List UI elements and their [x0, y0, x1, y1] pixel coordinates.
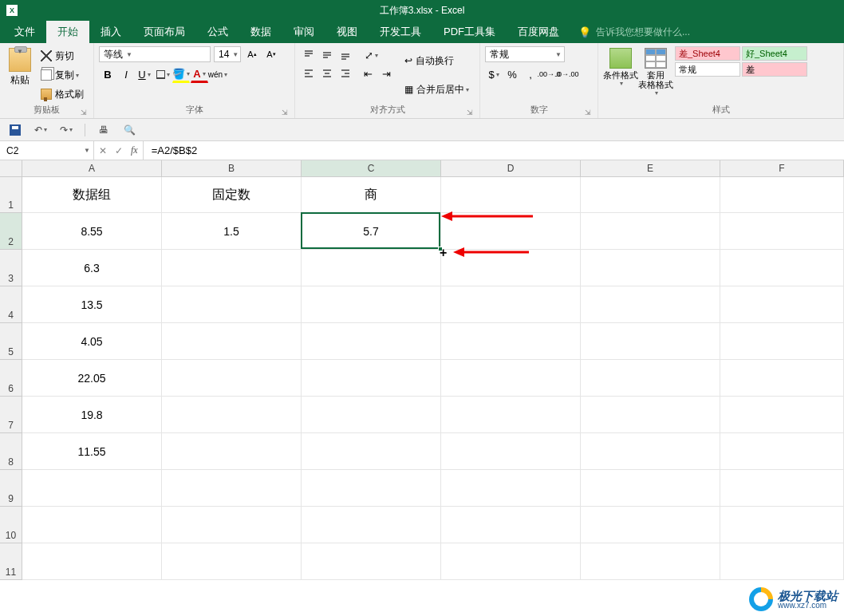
cell-A7[interactable]: 19.8: [22, 397, 162, 433]
cell-E5[interactable]: [581, 323, 720, 360]
tab-insert[interactable]: 插入: [89, 21, 132, 43]
row-header-11[interactable]: 11: [0, 543, 22, 580]
tab-baidu[interactable]: 百度网盘: [507, 21, 570, 43]
phonetic-button[interactable]: wén▾: [209, 65, 227, 83]
cell-F10[interactable]: [720, 507, 844, 543]
cell-E11[interactable]: [581, 543, 720, 580]
cell-E4[interactable]: [581, 286, 720, 323]
tab-review[interactable]: 审阅: [282, 21, 325, 43]
merge-center-button[interactable]: ▦合并后居中▾: [401, 81, 472, 98]
increase-indent-button[interactable]: ⇥: [377, 65, 395, 82]
cell-C1[interactable]: 商: [302, 177, 441, 213]
row-header-5[interactable]: 5: [0, 323, 22, 360]
fill-handle[interactable]: [438, 247, 443, 251]
cell-F5[interactable]: [720, 323, 844, 360]
select-all-corner[interactable]: [0, 160, 22, 177]
cell-A4[interactable]: 13.5: [22, 286, 162, 323]
increase-font-button[interactable]: A▴: [244, 46, 260, 62]
qat-preview-button[interactable]: 🔍: [122, 123, 136, 137]
orientation-button[interactable]: ⤢▾: [359, 46, 383, 64]
percent-button[interactable]: %: [503, 65, 521, 83]
italic-button[interactable]: I: [117, 65, 135, 83]
redo-button[interactable]: ↷▾: [59, 123, 73, 137]
underline-button[interactable]: U▾: [136, 65, 153, 83]
cell-A8[interactable]: 11.55: [22, 433, 162, 470]
cut-button[interactable]: 剪切: [38, 49, 86, 64]
row-header-6[interactable]: 6: [0, 360, 22, 397]
tab-view[interactable]: 视图: [325, 21, 369, 43]
fx-button[interactable]: fx: [131, 144, 138, 156]
col-header-B[interactable]: B: [162, 160, 302, 176]
cell-C3[interactable]: [302, 250, 441, 286]
cell-A3[interactable]: 6.3: [22, 250, 162, 286]
col-header-A[interactable]: A: [22, 160, 162, 176]
cell-B2[interactable]: 1.5: [162, 213, 302, 250]
name-box[interactable]: C2 ▼: [0, 141, 94, 160]
save-button[interactable]: [8, 123, 22, 137]
style-good[interactable]: 好_Sheet4: [742, 46, 807, 61]
cell-A5[interactable]: 4.05: [22, 323, 162, 360]
fill-color-button[interactable]: 🪣▾: [172, 65, 190, 83]
align-middle-button[interactable]: [318, 46, 336, 64]
cell-D3[interactable]: [441, 250, 581, 286]
cell-B3[interactable]: [162, 250, 302, 286]
decrease-font-button[interactable]: A▾: [263, 46, 279, 62]
cell-C5[interactable]: [302, 323, 441, 360]
style-normal[interactable]: 常规: [675, 62, 740, 77]
cell-E2[interactable]: [581, 213, 720, 250]
cell-E6[interactable]: [581, 360, 720, 397]
cell-C4[interactable]: [302, 286, 441, 323]
cell-E9[interactable]: [581, 470, 720, 507]
cell-D10[interactable]: [441, 507, 581, 543]
tell-me[interactable]: 💡 告诉我您想要做什么...: [570, 21, 698, 43]
paste-button[interactable]: 粘贴 ▼: [5, 46, 35, 104]
cell-F9[interactable]: [720, 470, 844, 507]
tab-home[interactable]: 开始: [46, 21, 89, 43]
cell-D8[interactable]: [441, 433, 581, 470]
align-center-button[interactable]: [318, 65, 336, 82]
decrease-decimal-button[interactable]: .0→.00: [558, 65, 576, 83]
accept-formula-button[interactable]: ✓: [115, 145, 123, 156]
row-header-2[interactable]: 2: [0, 213, 22, 250]
formula-input[interactable]: =A2/$B$2: [144, 141, 844, 160]
col-header-C[interactable]: C: [302, 160, 441, 176]
cell-E10[interactable]: [581, 507, 720, 543]
currency-button[interactable]: $▾: [485, 65, 503, 83]
cell-B1[interactable]: 固定数: [162, 177, 302, 213]
cell-F3[interactable]: [720, 250, 844, 286]
cell-B11[interactable]: [162, 543, 302, 580]
cell-C2[interactable]: 5.7: [302, 213, 441, 250]
cell-A10[interactable]: [22, 507, 162, 543]
cell-D11[interactable]: [441, 543, 581, 580]
cell-A11[interactable]: [22, 543, 162, 580]
cell-A6[interactable]: 22.05: [22, 360, 162, 397]
cell-D4[interactable]: [441, 286, 581, 323]
cell-E1[interactable]: [581, 177, 720, 213]
align-right-button[interactable]: [337, 65, 354, 82]
cell-B9[interactable]: [162, 470, 302, 507]
cell-C7[interactable]: [302, 397, 441, 433]
copy-button[interactable]: 复制▾: [38, 68, 86, 83]
cell-C11[interactable]: [302, 543, 441, 580]
cell-D1[interactable]: [441, 177, 581, 213]
wrap-text-button[interactable]: ↩自动换行: [401, 53, 472, 69]
cell-A2[interactable]: 8.55: [22, 213, 162, 250]
font-name-select[interactable]: 等线▼: [99, 46, 211, 62]
tab-layout[interactable]: 页面布局: [132, 21, 196, 43]
cell-A9[interactable]: [22, 470, 162, 507]
tab-formulas[interactable]: 公式: [196, 21, 239, 43]
col-header-E[interactable]: E: [581, 160, 720, 176]
qat-print-button[interactable]: 🖶: [97, 123, 111, 137]
dialog-launcher-icon[interactable]: ⇲: [282, 109, 288, 116]
style-diff[interactable]: 差: [742, 62, 807, 77]
cell-C9[interactable]: [302, 470, 441, 507]
row-header-3[interactable]: 3: [0, 250, 22, 286]
row-header-8[interactable]: 8: [0, 433, 22, 470]
cell-F2[interactable]: [720, 213, 844, 250]
cell-F11[interactable]: [720, 543, 844, 580]
conditional-format-button[interactable]: 条件格式 ▾: [603, 46, 638, 104]
align-left-button[interactable]: [300, 65, 317, 82]
row-header-1[interactable]: 1: [0, 177, 22, 213]
cell-B4[interactable]: [162, 286, 302, 323]
cell-D9[interactable]: [441, 470, 581, 507]
